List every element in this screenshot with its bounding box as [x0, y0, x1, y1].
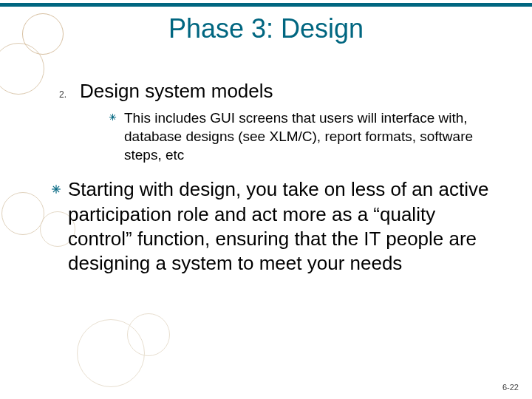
slide: Phase 3: Design 2. Design system models [0, 0, 532, 399]
slide-title: Phase 3: Design [0, 13, 532, 44]
paragraph-text: Starting with design, you take on less o… [68, 177, 502, 276]
asterisk-bullet-icon [49, 177, 64, 194]
list-item: 2. Design system models [59, 80, 502, 103]
paragraph-item: Starting with design, you take on less o… [49, 177, 502, 276]
page-number: 6-22 [502, 383, 519, 392]
list-item-text: Design system models [80, 80, 273, 103]
slide-body: 2. Design system models This includes [59, 80, 502, 372]
decorative-circle [1, 192, 44, 235]
asterisk-bullet-icon [105, 109, 120, 121]
list-number: 2. [59, 82, 80, 100]
top-border-bar [0, 3, 532, 7]
list-subitem-text: This includes GUI screens that users wil… [124, 109, 502, 164]
list-subitem: This includes GUI screens that users wil… [105, 109, 502, 164]
